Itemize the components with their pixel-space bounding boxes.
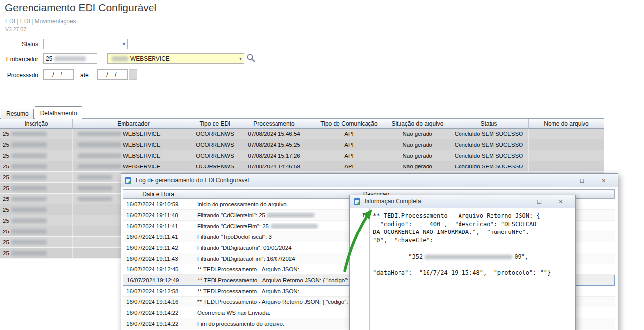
maximize-button[interactable]: □: [528, 195, 550, 208]
maximize-button[interactable]: □: [571, 174, 593, 187]
column-header-tipo-comunicacao[interactable]: Tipo de Comunicação: [312, 119, 386, 128]
redacted-text: [78, 164, 121, 169]
column-header-status[interactable]: Status: [449, 119, 529, 128]
embarcador-code-input[interactable]: 25: [43, 53, 97, 64]
breadcrumb: EDI | EDI | Movimentações: [5, 18, 76, 25]
redacted-text: [11, 197, 47, 201]
info-dialog: Informação Completa – □ × 1 ** TEDI.Proc…: [349, 195, 576, 330]
info-dialog-title: Informação Completa: [365, 198, 421, 205]
redacted-text: [78, 186, 112, 191]
json-text: ** TEDI.Processamento - Arquivo Retorno …: [373, 212, 572, 277]
log-dialog-titlebar[interactable]: Log de gerenciamento do EDI Configurável…: [121, 174, 618, 187]
version-label: V3.27.07: [5, 26, 26, 32]
redacted-text: [78, 175, 112, 180]
redacted-text: [11, 218, 47, 223]
redacted-text: [11, 153, 47, 158]
minimize-button[interactable]: –: [507, 195, 528, 208]
processado-from-value: __/__/____: [46, 71, 75, 78]
tab-resumo[interactable]: Resumo: [1, 109, 34, 119]
column-header-situacao[interactable]: Situação do arquivo: [386, 119, 449, 128]
redacted-text: [54, 56, 86, 61]
search-icon[interactable]: [246, 53, 256, 63]
column-header-inscricao[interactable]: Inscrição: [0, 119, 73, 128]
redacted-text: [78, 153, 121, 158]
redacted-text: [11, 251, 47, 256]
chevron-down-icon: ▾: [237, 56, 242, 61]
redacted-text: [11, 240, 47, 245]
log-dialog-icon: [124, 176, 132, 184]
embarcador-combo[interactable]: WEBSERVICE ▾: [107, 53, 244, 64]
embarcador-label: Embarcador: [6, 56, 38, 63]
redacted-text: [425, 255, 512, 259]
status-select[interactable]: ▾: [43, 39, 128, 49]
info-content[interactable]: 1 ** TEDI.Processamento - Arquivo Retorn…: [350, 208, 575, 330]
column-header-tipo-edi[interactable]: Tipo de EDI: [194, 119, 236, 128]
column-header-processamento[interactable]: Processamento: [236, 119, 312, 128]
tab-bar: Resumo Detalhamento: [1, 106, 83, 119]
redacted-text: [11, 164, 47, 169]
processado-from-input[interactable]: __/__/____: [43, 69, 74, 80]
table-row[interactable]: 25 WEBSERVICE OCORRENWS 07/08/2024 14:46…: [0, 161, 604, 172]
line-number: 1: [362, 212, 365, 219]
table-row[interactable]: 25 WEBSERVICE OCORRENWS 07/08/2024 15:17…: [0, 150, 604, 161]
embarcador-name-value: WEBSERVICE: [130, 55, 170, 62]
info-dialog-icon: [353, 198, 361, 205]
line-number-gutter: 1: [350, 208, 370, 330]
status-label: Status: [6, 41, 38, 48]
app-window: Gerenciamento EDI Configurável EDI | EDI…: [0, 0, 644, 330]
redacted-text: [11, 175, 47, 180]
close-button[interactable]: ×: [550, 195, 572, 208]
redacted-text: [11, 229, 47, 234]
info-dialog-titlebar[interactable]: Informação Completa – □ ×: [350, 195, 575, 208]
processado-to-value: __/__/____: [100, 71, 129, 78]
redacted-text: [11, 186, 47, 191]
ate-label: até: [80, 72, 89, 79]
redacted-text: [267, 213, 314, 218]
log-dialog-title: Log de gerenciamento do EDI Configurável: [136, 177, 249, 184]
close-button[interactable]: ×: [593, 174, 614, 187]
table-row[interactable]: 25 WEBSERVICE OCORRENWS 07/08/2024 15:46…: [0, 129, 604, 139]
redacted-text: [78, 132, 121, 136]
redacted-text: [78, 197, 112, 201]
redacted-text: [112, 56, 128, 61]
processado-label: Processado: [6, 72, 38, 79]
column-header-embarcador[interactable]: Embarcador: [73, 119, 194, 128]
table-header: Inscrição Embarcador Tipo de EDI Process…: [0, 118, 604, 129]
table-row[interactable]: 25 WEBSERVICE OCORRENWS 07/08/2024 15:45…: [0, 139, 604, 150]
page-title: Gerenciamento EDI Configurável: [5, 2, 156, 14]
tab-detalhamento[interactable]: Detalhamento: [35, 106, 83, 119]
processado-to-input[interactable]: __/__/____: [97, 69, 128, 80]
column-header-data-e-hora[interactable]: Data e Hora: [123, 190, 193, 198]
embarcador-code-value: 25: [46, 55, 52, 62]
redacted-text: [271, 224, 318, 229]
redacted-text: [11, 142, 47, 147]
chevron-down-icon: ▾: [121, 41, 125, 47]
redacted-text: [78, 142, 121, 147]
date-filler-box: [129, 69, 137, 80]
minimize-button[interactable]: –: [550, 174, 571, 187]
redacted-text: [11, 207, 47, 212]
redacted-text: [11, 132, 47, 136]
column-header-nome-arquivo[interactable]: Nome do arquivo: [529, 119, 604, 128]
